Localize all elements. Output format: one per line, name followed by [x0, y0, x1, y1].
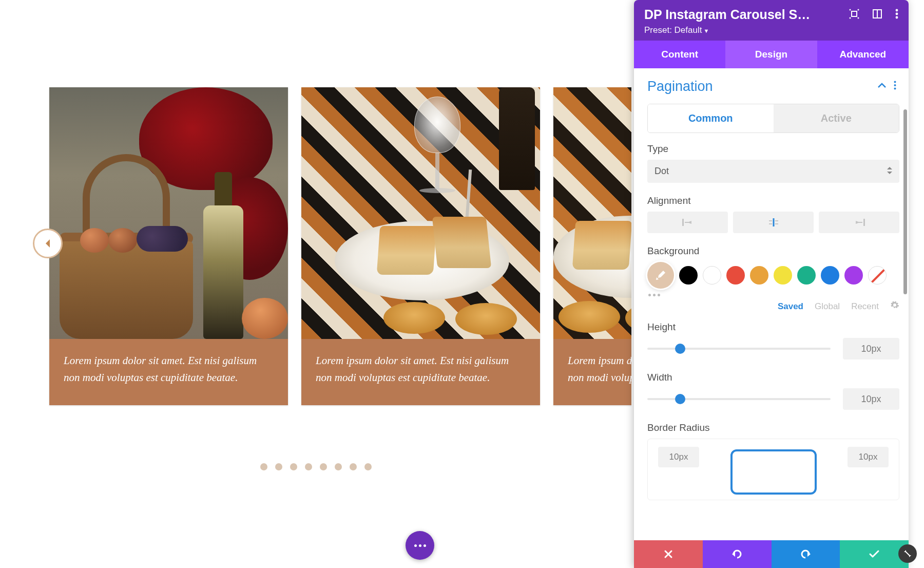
expand-icon[interactable]	[849, 9, 859, 21]
color-swatch[interactable]	[774, 266, 792, 285]
border-radius-tl[interactable]: 10px	[658, 447, 699, 467]
svg-point-11	[894, 81, 896, 83]
pagination-dot[interactable]	[260, 463, 267, 470]
color-tab-saved[interactable]: Saved	[778, 301, 803, 312]
height-slider[interactable]	[647, 344, 831, 354]
color-swatch[interactable]	[703, 266, 721, 285]
tab-design[interactable]: Design	[725, 41, 817, 68]
border-radius-preview	[730, 449, 817, 495]
pagination-dots	[0, 463, 631, 470]
more-colors-icon[interactable]	[648, 294, 899, 296]
height-label: Height	[647, 321, 899, 333]
align-center-button[interactable]	[733, 212, 814, 233]
carousel-card[interactable]: Lorem ipsum dolor sit amet. Est nisi gal…	[49, 87, 288, 405]
type-label: Type	[647, 143, 899, 155]
cancel-button[interactable]	[634, 540, 703, 568]
svg-rect-22	[769, 223, 772, 224]
builder-fab-button[interactable]	[406, 531, 434, 560]
carousel-image	[49, 87, 288, 339]
pagination-dot[interactable]	[364, 463, 372, 470]
height-value[interactable]: 10px	[843, 338, 899, 359]
subtab-active[interactable]: Active	[774, 104, 899, 132]
align-right-button[interactable]	[819, 212, 899, 233]
width-slider[interactable]	[647, 394, 831, 404]
kebab-menu-icon[interactable]	[894, 81, 896, 92]
settings-panel: DP Instagram Carousel Sett... Preset: De…	[634, 0, 909, 568]
tab-advanced[interactable]: Advanced	[817, 41, 909, 68]
panel-title: DP Instagram Carousel Sett...	[644, 7, 814, 22]
color-swatch[interactable]	[844, 266, 863, 285]
svg-point-5	[858, 17, 859, 18]
svg-point-8	[896, 9, 898, 11]
alignment-label: Alignment	[647, 195, 899, 206]
pagination-dot[interactable]	[275, 463, 282, 470]
carousel-image	[301, 87, 540, 339]
carousel-caption: Lorem ipsum dolor sit amet. Est nisi gal…	[301, 339, 540, 405]
chevron-left-icon	[44, 238, 52, 249]
tab-content[interactable]: Content	[634, 41, 725, 68]
pagination-dot[interactable]	[335, 463, 342, 470]
gear-icon[interactable]	[890, 300, 899, 312]
svg-rect-21	[775, 220, 778, 221]
pagination-dot[interactable]	[320, 463, 327, 470]
svg-point-12	[894, 84, 896, 86]
section-title-pagination[interactable]: Pagination	[647, 79, 713, 94]
color-swatch-none[interactable]	[868, 266, 887, 285]
pagination-dot[interactable]	[290, 463, 297, 470]
svg-rect-18	[685, 222, 691, 223]
border-radius-label: Border Radius	[647, 422, 899, 433]
svg-rect-26	[856, 222, 862, 223]
collapse-icon[interactable]	[877, 81, 887, 92]
svg-point-10	[896, 16, 898, 18]
svg-point-13	[894, 88, 896, 90]
svg-rect-24	[863, 219, 865, 226]
svg-marker-0	[46, 239, 50, 248]
redo-button[interactable]	[772, 540, 840, 568]
preset-selector[interactable]: Preset: Default▼	[644, 25, 898, 35]
carousel-caption: Lorem ipsum dolor sit amet. Est nisi gal…	[49, 339, 288, 405]
svg-point-3	[858, 9, 859, 10]
color-picker-button[interactable]	[647, 262, 674, 289]
carousel-caption: Lorem ipsum dolor sit amet. Est nisi gal…	[553, 339, 631, 405]
svg-marker-14	[887, 167, 892, 169]
color-swatch[interactable]	[726, 266, 745, 285]
align-left-button[interactable]	[647, 212, 728, 233]
background-label: Background	[647, 245, 899, 257]
scrollbar[interactable]	[903, 109, 907, 294]
carousel-image	[553, 87, 631, 339]
svg-rect-16	[682, 219, 684, 226]
color-swatch[interactable]	[750, 266, 768, 285]
layout-icon[interactable]	[873, 9, 882, 21]
subtab-common[interactable]: Common	[648, 104, 774, 132]
width-label: Width	[647, 372, 899, 383]
kebab-menu-icon[interactable]	[895, 9, 898, 21]
color-tab-recent[interactable]: Recent	[851, 301, 879, 312]
type-select[interactable]: Dot	[647, 160, 899, 183]
resize-handle[interactable]	[898, 544, 917, 563]
color-swatch[interactable]	[797, 266, 816, 285]
svg-rect-19	[773, 218, 774, 226]
svg-point-4	[850, 17, 851, 18]
color-tab-global[interactable]: Global	[815, 301, 840, 312]
svg-rect-1	[852, 11, 857, 16]
border-radius-tr[interactable]: 10px	[848, 447, 889, 467]
svg-rect-20	[769, 220, 772, 221]
carousel-card[interactable]: Lorem ipsum dolor sit amet. Est nisi gal…	[553, 87, 631, 405]
width-value[interactable]: 10px	[843, 388, 899, 410]
color-swatch[interactable]	[821, 266, 839, 285]
border-radius-control: 10px 10px	[647, 439, 899, 500]
svg-rect-23	[775, 223, 778, 224]
pagination-dot[interactable]	[350, 463, 357, 470]
svg-point-2	[850, 9, 851, 10]
carousel-card[interactable]: Lorem ipsum dolor sit amet. Est nisi gal…	[301, 87, 540, 405]
pagination-dot[interactable]	[305, 463, 312, 470]
svg-line-34	[905, 551, 910, 556]
svg-point-9	[896, 12, 898, 15]
undo-button[interactable]	[703, 540, 772, 568]
color-swatch[interactable]	[679, 266, 698, 285]
svg-marker-15	[887, 172, 892, 174]
carousel-prev-button[interactable]	[33, 229, 63, 258]
